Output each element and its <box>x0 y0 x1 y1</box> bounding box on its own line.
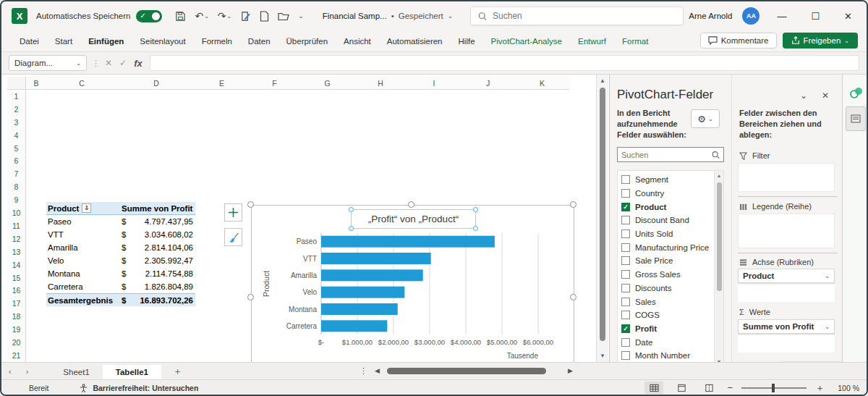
close-button[interactable]: ✕ <box>837 8 859 25</box>
title-handle[interactable] <box>349 207 354 212</box>
pivot-chart[interactable]: „Profit“ von „Product“ $-$1.000,00$2.000… <box>251 205 574 362</box>
vertical-scroll-thumb[interactable] <box>600 88 605 341</box>
ribbon-tab-format[interactable]: Format <box>614 33 656 50</box>
row-header-10[interactable]: 10 <box>7 206 26 219</box>
page-layout-view-button[interactable] <box>672 382 691 394</box>
sheet-tab-sheet1[interactable]: Sheet1 <box>50 365 102 379</box>
column-header-D[interactable]: D <box>117 77 195 90</box>
confirm-entry-button[interactable]: ✓ <box>119 58 127 68</box>
zoom-slider-knob[interactable] <box>772 384 775 392</box>
zoom-percentage[interactable]: 100 % <box>833 384 859 392</box>
bar-vtt[interactable] <box>321 253 431 264</box>
field-checkbox[interactable]: ✓ <box>621 324 630 333</box>
avatar[interactable]: AA <box>742 7 760 25</box>
field-item-discount-band[interactable]: Discount Band <box>618 214 723 227</box>
chart-selection-handle[interactable] <box>408 201 414 208</box>
scroll-up-arrow[interactable]: ▲ <box>597 77 608 84</box>
zoom-slider[interactable] <box>741 387 807 389</box>
ribbon-tab-hilfe[interactable]: Hilfe <box>451 33 483 50</box>
title-handle[interactable] <box>473 226 478 231</box>
column-header-E[interactable]: E <box>195 77 248 90</box>
undo-button[interactable]: ↶⌄ <box>192 8 211 24</box>
values-field-pill[interactable]: Summe von Profit ⌄ <box>738 319 835 334</box>
field-checkbox[interactable] <box>621 216 630 224</box>
field-checkbox[interactable] <box>621 298 630 306</box>
column-header-H[interactable]: H <box>354 77 407 90</box>
select-all-corner[interactable] <box>7 77 26 90</box>
row-header-17[interactable]: 17 <box>7 297 26 310</box>
row-header-21[interactable]: 21 <box>7 349 26 362</box>
column-header-C[interactable]: C <box>46 77 117 90</box>
field-list-scrollbar[interactable]: ▲ ▼ <box>714 171 723 366</box>
row-header-19[interactable]: 19 <box>7 323 26 336</box>
add-sheet-button[interactable]: ＋ <box>161 365 194 378</box>
drag-handle-icon[interactable]: ⋮ <box>359 366 367 376</box>
row-header-14[interactable]: 14 <box>7 258 26 271</box>
row-header-2[interactable]: 2 <box>7 103 26 116</box>
chart-selection-handle[interactable] <box>570 201 576 208</box>
field-checkbox[interactable] <box>621 311 630 319</box>
search-bar[interactable] <box>470 7 684 25</box>
share-button[interactable]: Freigeben ⌄ <box>783 33 859 49</box>
ribbon-tab-einfügen[interactable]: Einfügen <box>80 33 132 50</box>
formula-input[interactable] <box>150 55 859 71</box>
ribbon-tab-pivotchart-analyse[interactable]: PivotChart-Analyse <box>483 33 570 50</box>
values-dropzone[interactable] <box>738 335 835 353</box>
row-header-9[interactable]: 9 <box>7 193 26 206</box>
scroll-down-arrow[interactable]: ▼ <box>597 353 608 359</box>
add-ins-icon[interactable] <box>849 86 864 99</box>
field-checkbox[interactable] <box>621 351 630 360</box>
fields-search-input[interactable] <box>621 151 712 159</box>
field-checkbox[interactable] <box>621 175 630 184</box>
bar-velo[interactable] <box>321 287 404 298</box>
cancel-entry-button[interactable]: ✕ <box>105 58 112 68</box>
chart-title[interactable]: „Profit“ von „Product“ <box>351 209 476 229</box>
field-item-country[interactable]: Country <box>618 187 723 201</box>
bar-amarilla[interactable] <box>321 269 423 281</box>
pivot-table-row[interactable]: Paseo$4.797.437,95 <box>46 215 195 228</box>
zoom-out-button[interactable]: − <box>727 382 733 393</box>
chart-selection-handle[interactable] <box>570 294 576 300</box>
save-button[interactable] <box>172 9 189 24</box>
normal-view-button[interactable] <box>644 382 663 394</box>
column-header-J[interactable]: J <box>461 77 515 90</box>
pivot-table-row[interactable]: VTT$3.034.608,02 <box>46 228 195 241</box>
chart-elements-button[interactable] <box>224 203 242 222</box>
row-header-5[interactable]: 5 <box>7 142 26 155</box>
axis-dropzone[interactable] <box>738 285 835 302</box>
chart-selection-handle[interactable] <box>247 201 254 208</box>
row-header-7[interactable]: 7 <box>7 167 26 180</box>
row-header-20[interactable]: 20 <box>7 336 26 349</box>
minimize-button[interactable]: — <box>770 8 793 25</box>
ribbon-tab-überprüfen[interactable]: Überprüfen <box>278 33 336 50</box>
namebox-resize-handle[interactable]: ⋮ <box>92 59 100 68</box>
ribbon-tab-entwurf[interactable]: Entwurf <box>570 33 614 50</box>
horizontal-scroll-thumb[interactable] <box>387 368 546 374</box>
sheet-tab-tabelle1[interactable]: Tabelle1 <box>103 365 161 381</box>
bar-paseo[interactable] <box>321 236 495 248</box>
field-item-sales[interactable]: Sales <box>618 295 723 308</box>
row-header-18[interactable]: 18 <box>7 310 26 323</box>
column-header-K[interactable]: K <box>515 77 569 90</box>
title-handle[interactable] <box>349 226 354 231</box>
scroll-right-arrow[interactable]: ▶ <box>568 367 573 374</box>
column-header-B[interactable]: B <box>26 77 46 90</box>
axis-field-pill[interactable]: Product ⌄ <box>738 269 835 283</box>
comments-button[interactable]: Kommentare <box>700 33 777 49</box>
row-header-15[interactable]: 15 <box>7 271 26 285</box>
field-item-discounts[interactable]: Discounts <box>618 282 723 295</box>
field-item-product[interactable]: ✓Product <box>618 200 723 214</box>
row-header-11[interactable]: 11 <box>7 219 26 232</box>
row-header-1[interactable]: 1 <box>7 90 26 103</box>
ribbon-tab-formeln[interactable]: Formeln <box>194 33 240 50</box>
field-item-units-sold[interactable]: Units Sold <box>618 227 723 241</box>
bar-montana[interactable] <box>321 303 398 315</box>
column-header-F[interactable]: F <box>248 77 301 90</box>
pivot-table-row[interactable]: Montana$2.114.754,88 <box>46 267 195 280</box>
prev-sheet-arrow[interactable]: ‹ <box>1 367 19 376</box>
legend-dropzone[interactable] <box>738 214 835 248</box>
field-list[interactable]: SegmentCountry✓ProductDiscount BandUnits… <box>617 170 724 367</box>
horizontal-scrollbar[interactable]: ⋮ ◀ ▶ <box>359 362 573 379</box>
page-break-view-button[interactable] <box>699 382 718 394</box>
field-item-cogs[interactable]: COGS <box>618 308 723 322</box>
